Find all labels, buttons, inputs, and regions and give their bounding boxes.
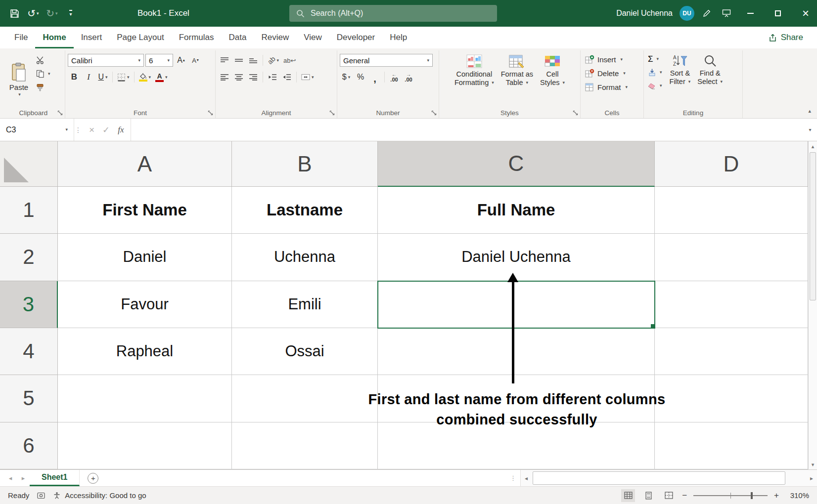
sheet-tab-sheet1[interactable]: Sheet1 bbox=[30, 470, 80, 486]
align-right-button[interactable] bbox=[247, 71, 260, 84]
number-dialog-launcher[interactable] bbox=[431, 110, 437, 116]
format-as-table-button[interactable]: Format as Table▾ bbox=[498, 52, 537, 107]
cell-C6[interactable] bbox=[378, 422, 655, 469]
cell-D5[interactable] bbox=[655, 375, 808, 422]
find-select-button[interactable]: Find & Select▾ bbox=[694, 52, 726, 107]
redo-button[interactable]: ↻ ▾ bbox=[45, 5, 59, 22]
tab-developer[interactable]: Developer bbox=[329, 27, 383, 48]
clear-button[interactable]: ▾ bbox=[646, 80, 664, 91]
bold-button[interactable]: B bbox=[68, 71, 81, 84]
formula-input[interactable] bbox=[131, 119, 803, 141]
increase-indent-button[interactable] bbox=[280, 71, 293, 84]
ink-pen-button[interactable] bbox=[699, 5, 714, 22]
cell-A6[interactable] bbox=[58, 422, 232, 469]
zoom-in-button[interactable]: + bbox=[774, 491, 779, 501]
cell-B4[interactable]: Ossai bbox=[232, 328, 378, 375]
accounting-format-button[interactable]: $▾ bbox=[340, 71, 353, 84]
cell-A2[interactable]: Daniel bbox=[58, 234, 232, 281]
vertical-scrollbar[interactable]: ▴ ▾ bbox=[808, 141, 817, 469]
number-format-select[interactable]: General ▾ bbox=[340, 54, 433, 67]
horizontal-scrollbar[interactable]: ◂ ▸ bbox=[520, 470, 817, 486]
comma-style-button[interactable]: , bbox=[368, 71, 381, 84]
align-bottom-button[interactable] bbox=[247, 54, 260, 67]
tab-insert[interactable]: Insert bbox=[74, 27, 110, 48]
cell-B5[interactable] bbox=[232, 375, 378, 422]
user-name[interactable]: Daniel Uchenna bbox=[616, 9, 673, 18]
cell-B6[interactable] bbox=[232, 422, 378, 469]
collapse-ribbon-button[interactable]: ▴ bbox=[808, 108, 811, 114]
scroll-down-button[interactable]: ▾ bbox=[809, 460, 817, 469]
cell-C1[interactable]: Full Name bbox=[378, 187, 655, 234]
autosum-button[interactable]: Σ▾ bbox=[646, 53, 664, 65]
wrap-text-button[interactable]: ab↩ bbox=[282, 54, 297, 67]
cell-A3[interactable]: Favour bbox=[58, 281, 232, 328]
tab-home[interactable]: Home bbox=[35, 27, 73, 48]
row-header-5[interactable]: 5 bbox=[0, 375, 58, 422]
row-header-4[interactable]: 4 bbox=[0, 328, 58, 375]
align-center-button[interactable] bbox=[232, 71, 245, 84]
percent-style-button[interactable]: % bbox=[354, 71, 367, 84]
column-header-B[interactable]: B bbox=[232, 141, 378, 187]
cell-D2[interactable] bbox=[655, 234, 808, 281]
decrease-decimal-button[interactable]: →.00 bbox=[402, 71, 415, 84]
font-name-select[interactable]: Calibri ▾ bbox=[68, 54, 144, 67]
cell-C3-selected[interactable] bbox=[378, 281, 655, 328]
tab-formulas[interactable]: Formulas bbox=[172, 27, 222, 48]
accessibility-status[interactable]: Accessibility: Good to go bbox=[53, 491, 146, 500]
column-header-C[interactable]: C bbox=[378, 141, 655, 187]
close-button[interactable]: × bbox=[794, 0, 817, 27]
align-top-button[interactable] bbox=[218, 54, 231, 67]
avatar[interactable]: DU bbox=[680, 6, 694, 21]
font-size-select[interactable]: 6 ▾ bbox=[145, 54, 173, 67]
borders-button[interactable]: ▾ bbox=[116, 71, 131, 84]
vertical-scrollbar-track[interactable] bbox=[809, 151, 817, 460]
insert-function-button[interactable]: fx bbox=[118, 125, 124, 135]
orientation-button[interactable]: ab▾ bbox=[266, 54, 280, 67]
merge-center-button[interactable]: ▾ bbox=[300, 71, 316, 84]
scroll-up-button[interactable]: ▴ bbox=[809, 141, 817, 151]
cell-B2[interactable]: Uchenna bbox=[232, 234, 378, 281]
cell-D3[interactable] bbox=[655, 281, 808, 328]
cell-A1[interactable]: First Name bbox=[58, 187, 232, 234]
add-sheet-button[interactable]: + bbox=[88, 473, 98, 484]
cell-C5[interactable] bbox=[378, 375, 655, 422]
sheet-nav-left-button[interactable]: ◂ bbox=[4, 474, 17, 482]
tab-review[interactable]: Review bbox=[254, 27, 296, 48]
decrease-font-size-button[interactable]: A▾ bbox=[189, 54, 202, 67]
cell-B3[interactable]: Emili bbox=[232, 281, 378, 328]
row-header-6[interactable]: 6 bbox=[0, 422, 58, 469]
horizontal-scrollbar-thumb[interactable] bbox=[533, 471, 785, 485]
cell-B1[interactable]: Lastname bbox=[232, 187, 378, 234]
enter-button[interactable]: ✓ bbox=[102, 125, 110, 135]
font-dialog-launcher[interactable] bbox=[208, 110, 213, 116]
delete-cells-button[interactable]: Delete ▾ bbox=[583, 67, 641, 80]
macro-record-button[interactable] bbox=[37, 492, 45, 500]
underline-button[interactable]: U▾ bbox=[96, 71, 109, 84]
hscroll-left-button[interactable]: ◂ bbox=[521, 475, 532, 482]
row-header-1[interactable]: 1 bbox=[0, 187, 58, 234]
styles-dialog-launcher[interactable] bbox=[573, 110, 578, 116]
maximize-button[interactable] bbox=[767, 0, 789, 27]
insert-cells-button[interactable]: Insert ▾ bbox=[583, 53, 641, 66]
paste-button[interactable]: Paste ▾ bbox=[4, 52, 33, 107]
sheet-nav-right-button[interactable]: ▸ bbox=[17, 474, 30, 482]
sort-filter-button[interactable]: AZ Sort & Filter▾ bbox=[666, 52, 694, 107]
row-header-3[interactable]: 3 bbox=[0, 281, 58, 328]
cell-D4[interactable] bbox=[655, 328, 808, 375]
page-layout-view-button[interactable] bbox=[641, 489, 655, 502]
name-box[interactable]: C3 ▾ bbox=[0, 119, 74, 141]
increase-font-size-button[interactable]: A▴ bbox=[175, 54, 187, 67]
zoom-out-button[interactable]: − bbox=[682, 491, 687, 501]
tab-bar-resize-handle[interactable]: ⋮ bbox=[506, 474, 520, 482]
align-middle-button[interactable] bbox=[232, 54, 245, 67]
zoom-slider[interactable] bbox=[693, 491, 768, 500]
align-left-button[interactable] bbox=[218, 71, 231, 84]
cell-D6[interactable] bbox=[655, 422, 808, 469]
format-painter-button[interactable] bbox=[35, 82, 52, 93]
row-header-2[interactable]: 2 bbox=[0, 234, 58, 281]
conditional-formatting-button[interactable]: Conditional Formatting▾ bbox=[451, 52, 498, 107]
cell-A4[interactable]: Rapheal bbox=[58, 328, 232, 375]
minimize-button[interactable] bbox=[739, 0, 762, 27]
cell-A5[interactable] bbox=[58, 375, 232, 422]
zoom-percentage[interactable]: 310% bbox=[785, 491, 809, 500]
